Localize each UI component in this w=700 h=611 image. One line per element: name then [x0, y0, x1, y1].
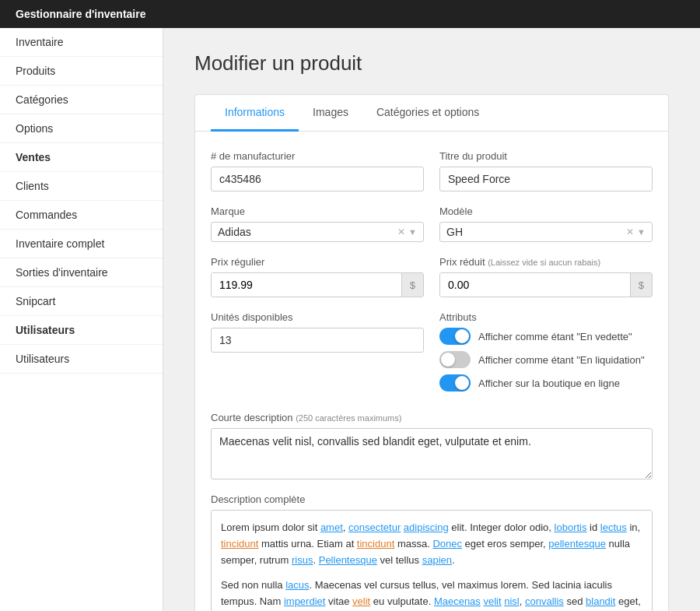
attribute-row-vedette: Afficher comme étant "En vedette" [439, 328, 653, 345]
sidebar-item-ventes[interactable]: Ventes [0, 143, 163, 172]
sidebar-item-sorties[interactable]: Sorties d'inventaire [0, 258, 163, 287]
tab-categories-options[interactable]: Catégories et options [362, 95, 493, 132]
prix-regulier-suffix: $ [401, 273, 423, 297]
attribute-label-vedette: Afficher comme étant "En vedette" [478, 331, 632, 342]
row-manufacturier-titre: # de manufacturier Titre du produit [211, 150, 653, 191]
sidebar-item-utilisateurs-header: Utilisateurs [0, 316, 163, 345]
sidebar: Inventaire Produits Catégories Options V… [0, 28, 163, 611]
group-manufacturier: # de manufacturier [211, 150, 424, 191]
label-courte-description: Courte description (250 caractères maxim… [211, 412, 653, 423]
marque-clear-icon[interactable]: ✕ [397, 226, 405, 237]
group-marque: Marque Adidas ✕ ▼ [211, 205, 424, 242]
desc-p2: Sed non nulla lacus. Maecenas vel cursus… [221, 578, 642, 611]
sidebar-item-categories[interactable]: Catégories [0, 86, 163, 114]
row-prix: Prix régulier $ Prix réduit (Laissez vid… [211, 256, 653, 297]
description-complete-box[interactable]: Lorem ipsum dolor sit amet, consectetur … [211, 510, 653, 611]
sidebar-item-utilisateurs[interactable]: Utilisateurs [0, 345, 163, 374]
sidebar-item-inventaire[interactable]: Inventaire [0, 28, 163, 57]
group-modele: Modèle GH ✕ ▼ [439, 205, 653, 242]
group-attributs: Attributs Afficher comme étant "En vedet… [439, 311, 653, 398]
tab-images[interactable]: Images [299, 95, 362, 132]
attribute-row-boutique: Afficher sur la boutique en ligne [439, 374, 653, 392]
toggle-boutique[interactable] [439, 374, 471, 392]
input-prix-reduit[interactable] [440, 273, 630, 297]
input-titre[interactable] [439, 167, 653, 191]
group-titre: Titre du produit [439, 150, 653, 191]
app-title: Gestionnaire d'inventaire [16, 8, 146, 20]
group-prix-reduit: Prix réduit (Laissez vide si aucun rabai… [439, 256, 653, 297]
input-prix-regulier[interactable] [212, 273, 401, 297]
toggle-vedette[interactable] [439, 328, 471, 345]
label-marque: Marque [211, 205, 424, 217]
form-area: # de manufacturier Titre du produit Marq… [195, 132, 668, 611]
attribute-label-liquidation: Afficher comme étant "En liquidation" [478, 354, 645, 366]
marque-value: Adidas [218, 226, 397, 238]
select-marque[interactable]: Adidas ✕ ▼ [211, 222, 424, 242]
sidebar-item-options[interactable]: Options [0, 114, 163, 143]
page-title: Modifier un produit [194, 51, 669, 75]
label-manufacturier: # de manufacturier [211, 150, 424, 162]
modele-arrow-icon[interactable]: ▼ [637, 227, 646, 237]
sidebar-item-clients[interactable]: Clients [0, 172, 163, 201]
sidebar-item-produits[interactable]: Produits [0, 57, 163, 86]
sidebar-item-snipcart[interactable]: Snipcart [0, 287, 163, 316]
prix-reduit-suffix: $ [630, 273, 652, 297]
attribute-label-boutique: Afficher sur la boutique en ligne [478, 377, 620, 389]
topbar: Gestionnaire d'inventaire [0, 0, 700, 28]
input-unites[interactable] [211, 328, 424, 353]
tab-informations[interactable]: Informations [211, 95, 299, 132]
tab-bar: Informations Images Catégories et option… [195, 95, 668, 132]
row-unites-attributs: Unités disponibles Attributs Afficher co… [211, 311, 653, 398]
sidebar-item-commandes[interactable]: Commandes [0, 201, 163, 230]
group-courte-description: Courte description (250 caractères maxim… [211, 412, 653, 479]
row-marque-modele: Marque Adidas ✕ ▼ Modèle GH ✕ ▼ [211, 205, 653, 242]
input-manufacturier[interactable] [211, 167, 424, 191]
label-prix-regulier: Prix régulier [211, 256, 424, 268]
label-attributs: Attributs [439, 311, 653, 323]
desc-p1: Lorem ipsum dolor sit amet, consectetur … [221, 520, 642, 568]
group-unites: Unités disponibles [211, 311, 424, 398]
sidebar-item-inventaire-complet[interactable]: Inventaire complet [0, 230, 163, 258]
label-description-complete: Description complète [211, 493, 653, 505]
textarea-courte-description[interactable]: Maecenas velit nisl, convallis sed bland… [211, 428, 653, 479]
group-prix-regulier: Prix régulier $ [211, 256, 424, 297]
attribute-row-liquidation: Afficher comme étant "En liquidation" [439, 351, 653, 368]
product-card: Informations Images Catégories et option… [194, 94, 669, 611]
label-unites: Unités disponibles [211, 311, 424, 323]
modele-value: GH [446, 226, 626, 238]
toggle-liquidation[interactable] [439, 351, 471, 368]
prix-regulier-wrap: $ [211, 272, 424, 297]
label-titre: Titre du produit [439, 150, 653, 162]
prix-reduit-wrap: $ [439, 272, 653, 297]
modele-clear-icon[interactable]: ✕ [626, 226, 634, 237]
main-content: Modifier un produit Informations Images … [163, 28, 700, 611]
select-modele[interactable]: GH ✕ ▼ [439, 222, 653, 242]
label-prix-reduit: Prix réduit (Laissez vide si aucun rabai… [439, 256, 653, 268]
label-modele: Modèle [439, 205, 653, 217]
group-description-complete: Description complète Lorem ipsum dolor s… [211, 493, 653, 611]
marque-arrow-icon[interactable]: ▼ [408, 227, 417, 237]
